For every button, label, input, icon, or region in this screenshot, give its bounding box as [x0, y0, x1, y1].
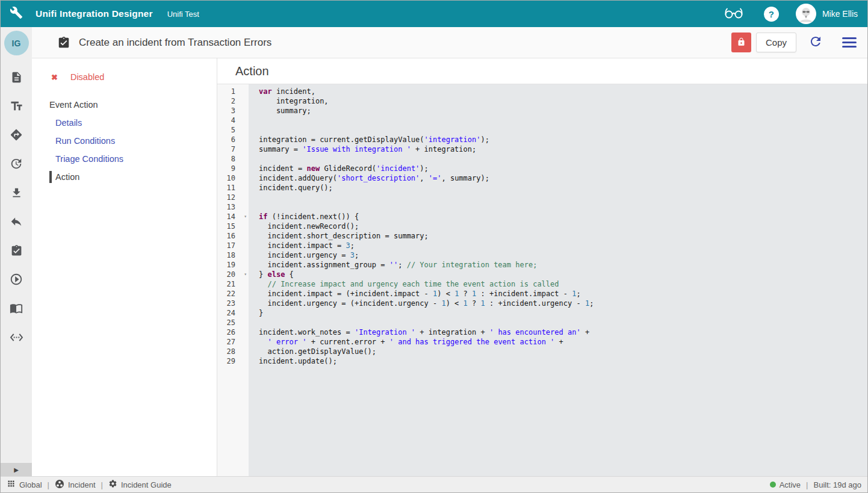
code-line[interactable] — [249, 318, 867, 327]
line-number: 21 — [217, 279, 249, 289]
code-line[interactable]: } — [249, 308, 867, 318]
nav-item-details[interactable]: Details — [32, 114, 217, 132]
active-dot-icon — [770, 482, 776, 488]
sidebar-item-update[interactable] — [1, 150, 32, 179]
line-number: 14▾ — [217, 212, 249, 222]
user-name: Mike Ellis — [822, 9, 858, 19]
watch-toggle-button[interactable] — [723, 5, 745, 22]
line-number: 24 — [217, 308, 249, 318]
scope-picker[interactable]: Global — [7, 479, 42, 490]
line-number: 12 — [217, 193, 249, 202]
question-mark-icon: ? — [769, 9, 774, 19]
application-label: Incident — [68, 480, 96, 489]
code-line[interactable]: integration = current.getDisplayValue('i… — [249, 135, 867, 144]
code-line[interactable] — [249, 125, 867, 135]
code-line[interactable] — [249, 154, 867, 164]
code-line[interactable]: var incident, — [249, 87, 867, 96]
status-indicator: ✖ Disabled — [32, 68, 217, 86]
script-editor[interactable]: 1234567891011121314▾151617181920▾2122232… — [217, 84, 867, 476]
line-number: 5 — [217, 125, 249, 135]
code-line[interactable]: } else { — [249, 270, 867, 279]
code-line[interactable]: incident.newRecord(); — [249, 222, 867, 231]
hamburger-menu-button[interactable] — [842, 37, 857, 48]
line-number: 2 — [217, 96, 249, 106]
sidebar-item-reply[interactable] — [1, 208, 32, 237]
code-line[interactable] — [249, 202, 867, 212]
sidebar-item-text-format[interactable] — [1, 93, 32, 122]
page-title: Action — [217, 58, 867, 84]
line-number: 27 — [217, 337, 249, 347]
code-line[interactable]: incident.update(); — [249, 356, 867, 366]
refresh-icon — [808, 34, 823, 51]
sidebar-item-document[interactable] — [1, 64, 32, 93]
fold-toggle-icon[interactable]: ▾ — [244, 212, 247, 222]
hamburger-icon — [842, 37, 857, 48]
code-line[interactable]: ' error ' + current.error + ' and has tr… — [249, 337, 867, 347]
code-line[interactable]: incident.impact = 3; — [249, 241, 867, 250]
top-header-bar: Unifi Integration Designer Unifi Test ? — [1, 1, 867, 27]
code-line[interactable]: summary; — [249, 106, 867, 116]
app-title: Unifi Integration Designer — [36, 8, 153, 19]
code-line[interactable]: summary = 'Issue with integration ' + in… — [249, 144, 867, 154]
separator: | — [48, 480, 49, 489]
fold-toggle-icon[interactable]: ▾ — [244, 270, 247, 279]
copy-button[interactable]: Copy — [756, 33, 796, 52]
code-line[interactable]: incident.query(); — [249, 183, 867, 193]
line-number: 8 — [217, 154, 249, 164]
nav-item-triage-conditions[interactable]: Triage Conditions — [32, 150, 217, 168]
code-line[interactable]: // Increase impact and urgency each time… — [249, 279, 867, 289]
separator: | — [101, 480, 103, 489]
code-line[interactable]: integration, — [249, 96, 867, 106]
collapse-sidebar-button[interactable]: ▶ — [1, 463, 32, 476]
line-number: 20▾ — [217, 270, 249, 279]
line-number: 22 — [217, 289, 249, 299]
record-title: Create an incident from Transaction Erro… — [79, 37, 271, 49]
line-number: 16 — [217, 231, 249, 241]
code-line[interactable]: incident.impact = (+incident.impact - 1)… — [249, 289, 867, 299]
line-number: 9 — [217, 164, 249, 173]
lock-icon — [737, 37, 746, 48]
refresh-button[interactable] — [808, 34, 823, 51]
sidebar-item-play[interactable] — [1, 266, 32, 295]
module-picker[interactable]: Incident Guide — [108, 479, 172, 490]
code-content[interactable]: var incident, integration, summary;integ… — [249, 84, 867, 476]
code-line[interactable]: incident.assignment_group = ''; // Your … — [249, 260, 867, 270]
play-circle-icon — [10, 273, 23, 288]
record-titlebar: Create an incident from Transaction Erro… — [32, 27, 867, 58]
status-bar: Global | Incident | Incident Guide Activ… — [1, 476, 867, 492]
user-menu[interactable]: Mike Ellis — [796, 4, 858, 24]
gear-icon — [108, 479, 121, 490]
app-logo-button[interactable] — [1, 1, 32, 27]
code-line[interactable]: incident.work_notes = 'Integration ' + i… — [249, 327, 867, 337]
application-picker[interactable]: Incident — [55, 479, 96, 491]
nav-item-action[interactable]: Action — [32, 168, 217, 186]
line-number: 10 — [217, 173, 249, 183]
directions-icon — [10, 128, 23, 144]
nav-panel: ✖ Disabled Event Action Details Run Cond… — [32, 58, 217, 476]
nav-item-run-conditions[interactable]: Run Conditions — [32, 132, 217, 150]
sidebar-item-directions[interactable] — [1, 122, 32, 150]
code-line[interactable] — [249, 193, 867, 202]
integration-avatar[interactable]: IG — [4, 31, 29, 55]
code-line[interactable] — [249, 116, 867, 125]
sidebar-item-download[interactable] — [1, 179, 32, 208]
code-line[interactable]: incident.short_description = summary; — [249, 231, 867, 241]
incident-icon — [55, 479, 68, 491]
line-number: 6 — [217, 135, 249, 144]
code-line[interactable]: if (!incident.next()) { — [249, 212, 867, 222]
help-button[interactable]: ? — [764, 7, 779, 22]
separator: | — [806, 480, 808, 489]
sidebar-item-task-check[interactable] — [1, 237, 32, 266]
code-line[interactable]: incident = new GlideRecord('incident'); — [249, 164, 867, 173]
nav-section-heading: Event Action — [32, 96, 217, 114]
clipboard-check-icon — [10, 244, 23, 259]
lock-button[interactable] — [731, 33, 751, 52]
line-number: 19 — [217, 260, 249, 270]
code-line[interactable]: incident.urgency = (+incident.urgency - … — [249, 299, 867, 308]
code-line[interactable]: incident.urgency = 3; — [249, 250, 867, 260]
code-line[interactable]: incident.addQuery('short_description', '… — [249, 173, 867, 183]
sidebar-item-code[interactable] — [1, 324, 32, 353]
code-line[interactable]: action.getDisplayValue(); — [249, 347, 867, 356]
x-mark-icon: ✖ — [51, 73, 58, 82]
sidebar-item-documentation[interactable] — [1, 295, 32, 324]
